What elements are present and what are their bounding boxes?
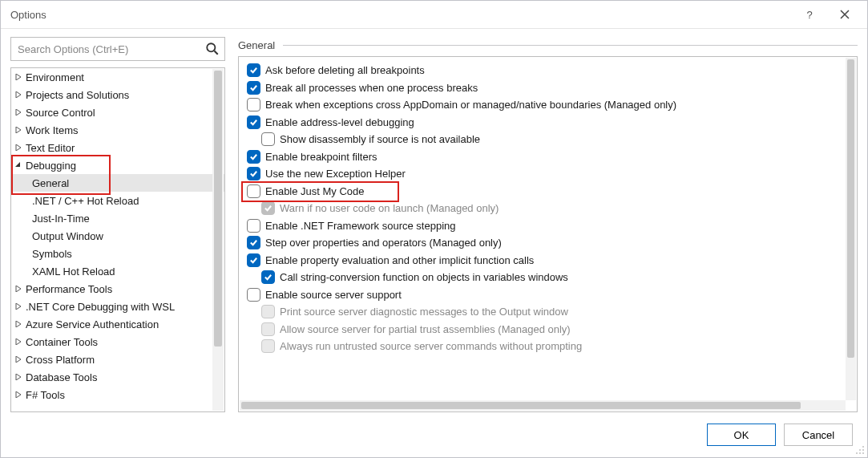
tree-category[interactable]: Azure Service Authentication [11, 315, 224, 333]
left-column: EnvironmentProjects and SolutionsSource … [10, 37, 225, 412]
search-box[interactable] [10, 37, 225, 61]
svg-point-3 [859, 449, 861, 451]
setting-label: Break all processes when one process bre… [265, 82, 478, 94]
svg-point-4 [862, 449, 864, 451]
tree-item-label: Work Items [24, 124, 79, 136]
dialog-footer: OK Cancel [1, 412, 867, 457]
close-button[interactable] [827, 2, 862, 26]
tree-item-label: Container Tools [24, 336, 98, 348]
settings-hscrollbar[interactable] [240, 400, 846, 411]
setting-label: Warn if no user code on launch (Managed … [280, 202, 499, 214]
tree-item[interactable]: .NET / C++ Hot Reload [11, 192, 224, 209]
resize-grip-icon[interactable] [854, 444, 866, 456]
svg-line-1 [214, 51, 217, 54]
setting-row: Enable property evaluation and other imp… [242, 252, 857, 270]
checkbox [261, 201, 275, 215]
checkbox[interactable] [247, 253, 260, 267]
options-dialog: { "title": "Options", "search_placeholde… [0, 0, 868, 458]
section-header: General [238, 37, 858, 53]
tree-item-label: Database Tools [24, 371, 97, 383]
tree-category[interactable]: .NET Core Debugging with WSL [11, 298, 224, 315]
tree-category[interactable]: Source Control [11, 103, 224, 121]
tree-item-label: Projects and Solutions [24, 89, 129, 101]
setting-label: Call string-conversion function on objec… [280, 271, 568, 283]
chevron-right-icon [13, 391, 24, 398]
setting-row: Call string-conversion function on objec… [242, 269, 857, 286]
tree-item-label: Output Window [30, 230, 103, 242]
setting-label: Allow source server for partial trust as… [280, 323, 571, 335]
checkbox[interactable] [247, 288, 260, 302]
chevron-right-icon [13, 374, 24, 380]
setting-label: Enable .NET Framework source stepping [265, 220, 455, 232]
settings-vscrollbar[interactable] [846, 58, 856, 400]
chevron-right-icon [13, 321, 24, 327]
setting-label: Print source server diagnostic messages … [280, 306, 568, 318]
setting-label: Enable breakpoint filters [265, 151, 377, 163]
tree-item-label: Symbols [30, 248, 72, 260]
setting-label: Use the new Exception Helper [265, 168, 406, 180]
tree-category[interactable]: Debugging [11, 156, 224, 174]
checkbox[interactable] [247, 184, 260, 198]
setting-label: Ask before deleting all breakpoints [265, 64, 425, 76]
tree-scrollbar[interactable] [212, 69, 224, 411]
checkbox [261, 339, 275, 353]
tree-category[interactable]: Work Items [11, 121, 224, 139]
tree-category[interactable]: Cross Platform [11, 351, 224, 368]
tree-category[interactable]: Text Editor [11, 139, 224, 156]
tree-item[interactable]: General [11, 174, 224, 192]
tree-item-label: F# Tools [24, 389, 65, 401]
checkbox [261, 305, 275, 318]
cancel-button[interactable]: Cancel [784, 424, 853, 446]
setting-row: Show disassembly if source is not availa… [242, 131, 857, 148]
checkbox[interactable] [247, 63, 260, 77]
titlebar: Options ? [1, 1, 867, 29]
setting-label: Always run untrusted source server comma… [280, 340, 582, 352]
checkbox[interactable] [247, 150, 260, 164]
chevron-right-icon [13, 109, 24, 116]
tree-item-label: .NET / C++ Hot Reload [30, 195, 139, 207]
tree-item-label: XAML Hot Reload [30, 265, 115, 278]
tree-item[interactable]: XAML Hot Reload [11, 262, 224, 280]
search-input[interactable] [16, 43, 205, 56]
tree-category[interactable]: F# Tools [11, 386, 224, 403]
tree-item[interactable]: Just-In-Time [11, 209, 224, 227]
setting-label: Enable address-level debugging [265, 116, 414, 128]
ok-button[interactable]: OK [707, 424, 776, 446]
tree-item[interactable]: Symbols [11, 245, 224, 262]
setting-row: Enable source server support [242, 286, 857, 304]
checkbox[interactable] [261, 132, 275, 146]
checkbox[interactable] [247, 116, 260, 129]
checkbox[interactable] [247, 81, 260, 95]
setting-row: Always run untrusted source server comma… [242, 338, 857, 355]
tree-item-label: Cross Platform [24, 354, 95, 366]
settings-panel: Ask before deleting all breakpointsBreak… [238, 56, 858, 412]
tree-item-label: .NET Core Debugging with WSL [24, 301, 175, 313]
help-button[interactable]: ? [792, 2, 827, 26]
setting-label: Enable source server support [265, 289, 402, 301]
chevron-down-icon [13, 162, 24, 168]
setting-label: Break when exceptions cross AppDomain or… [265, 99, 676, 111]
setting-label: Show disassembly if source is not availa… [280, 133, 480, 145]
tree-category[interactable]: Container Tools [11, 333, 224, 351]
svg-point-0 [207, 43, 215, 51]
tree-category[interactable]: Performance Tools [11, 280, 224, 298]
tree-item-label: Debugging [24, 160, 76, 172]
checkbox[interactable] [247, 236, 260, 249]
chevron-right-icon [13, 356, 24, 363]
tree-category[interactable]: Database Tools [11, 368, 224, 386]
tree-item[interactable]: Output Window [11, 227, 224, 245]
checkbox[interactable] [261, 270, 275, 284]
tree-category[interactable]: Environment [11, 68, 224, 86]
checkbox[interactable] [247, 167, 260, 180]
setting-row: Use the new Exception Helper [242, 165, 857, 183]
tree-item-label: Azure Service Authentication [24, 318, 159, 330]
setting-row: Break all processes when one process bre… [242, 79, 857, 97]
checkbox[interactable] [247, 98, 260, 111]
category-tree: EnvironmentProjects and SolutionsSource … [10, 67, 225, 412]
tree-category[interactable]: Projects and Solutions [11, 86, 224, 103]
chevron-right-icon [13, 338, 24, 345]
close-icon [840, 10, 850, 19]
checkbox[interactable] [247, 219, 260, 233]
setting-row: Ask before deleting all breakpoints [242, 62, 857, 79]
tree-item-label: General [30, 177, 69, 189]
